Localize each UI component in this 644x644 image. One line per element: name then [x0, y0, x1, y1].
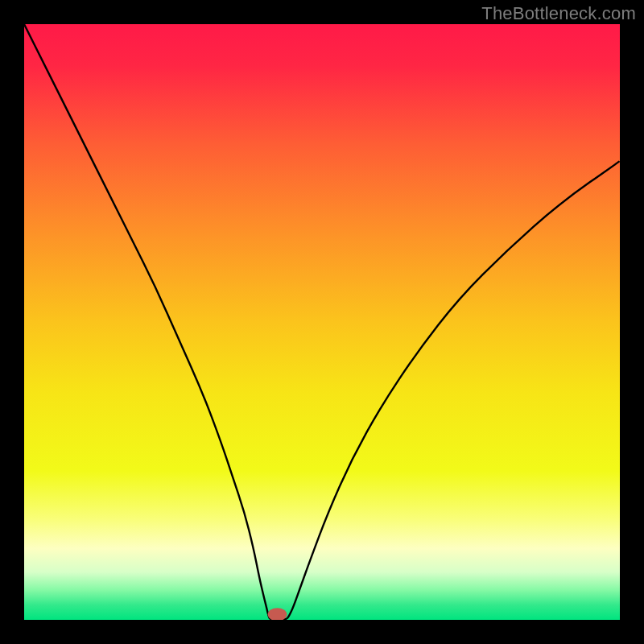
chart-svg	[24, 24, 620, 620]
watermark-text: TheBottleneck.com	[481, 3, 636, 24]
plot-area	[24, 24, 620, 620]
chart-frame: TheBottleneck.com	[0, 0, 644, 644]
